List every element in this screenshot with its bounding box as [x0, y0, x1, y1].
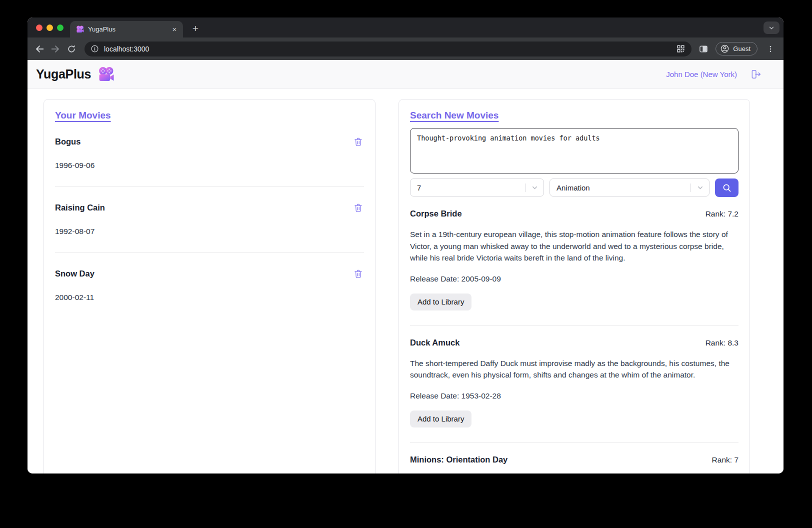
- trash-icon: [353, 136, 364, 147]
- app-page: YugaPlus John Doe (New York) Your Movies: [28, 60, 784, 474]
- side-panel-button[interactable]: [696, 41, 712, 57]
- search-movies-card: Search New Movies Thought-provoking anim…: [398, 99, 750, 474]
- forward-button[interactable]: [48, 41, 64, 57]
- movie-release-date: 1996-09-06: [55, 161, 364, 170]
- main-content: Your Movies Bogus 1996-09-06: [28, 89, 784, 474]
- profile-button[interactable]: Guest: [716, 42, 758, 56]
- search-button[interactable]: [715, 178, 738, 197]
- add-to-library-button[interactable]: Add to Library: [410, 294, 472, 310]
- zoom-window-button[interactable]: [57, 24, 64, 31]
- forward-arrow-icon: [50, 44, 61, 54]
- library-movie-row: Bogus 1996-09-06: [55, 121, 364, 187]
- minimize-window-button[interactable]: [46, 24, 53, 31]
- search-icon: [722, 183, 732, 193]
- app-brand-title: YugaPlus: [36, 67, 91, 82]
- url-text[interactable]: localhost:3000: [104, 45, 676, 53]
- chevron-down-icon: [696, 184, 704, 192]
- delete-movie-button[interactable]: [352, 136, 364, 148]
- site-info-icon[interactable]: [90, 44, 99, 53]
- reload-icon: [66, 44, 76, 54]
- user-profile-link[interactable]: John Doe (New York): [666, 70, 737, 78]
- browser-window: YugaPlus × + localhost:3000: [28, 18, 784, 474]
- guest-label: Guest: [733, 45, 750, 52]
- search-result: Corpse Bride Rank: 7.2 Set in a 19th-cen…: [410, 197, 738, 326]
- reload-button[interactable]: [64, 41, 80, 57]
- rank-select-value: 7: [417, 184, 421, 192]
- trash-icon: [353, 268, 364, 279]
- trash-icon: [353, 202, 364, 213]
- search-result: Duck Amuck Rank: 8.3 The short-tempered …: [410, 326, 738, 442]
- kebab-menu-icon: [766, 45, 774, 53]
- chevron-down-icon: [531, 184, 538, 192]
- add-to-library-button[interactable]: Add to Library: [410, 410, 472, 428]
- back-arrow-icon: [34, 44, 45, 54]
- tab-search-button[interactable]: [764, 22, 780, 34]
- library-movie-row: Snow Day 2000-02-11: [55, 253, 364, 318]
- tab-title: YugaPlus: [88, 26, 166, 33]
- side-panel-icon: [698, 44, 708, 54]
- movie-release-date: 1992-08-07: [55, 227, 364, 236]
- movie-camera-favicon: [76, 26, 84, 34]
- movie-release-date: 2000-02-11: [55, 293, 364, 302]
- result-release-date: Release Date: 1953-02-28: [410, 392, 738, 400]
- result-rank: Rank: 7.2: [706, 210, 738, 218]
- tab-close-icon[interactable]: ×: [170, 25, 179, 34]
- new-tab-button[interactable]: +: [188, 22, 202, 36]
- address-bar[interactable]: localhost:3000: [84, 42, 692, 56]
- your-movies-heading[interactable]: Your Movies: [55, 110, 111, 121]
- result-title: Corpse Bride: [410, 209, 462, 218]
- close-window-button[interactable]: [36, 24, 42, 31]
- search-controls: 7 Animation: [410, 178, 738, 197]
- movie-camera-logo-icon: [98, 66, 114, 82]
- result-rank: Rank: 7: [712, 456, 738, 464]
- chevron-down-icon: [768, 24, 775, 32]
- app-header: YugaPlus John Doe (New York): [28, 60, 784, 89]
- result-release-date: Release Date: 2005-09-09: [410, 274, 738, 284]
- browser-menu-button[interactable]: [762, 41, 778, 57]
- result-title: Minions: Orientation Day: [410, 455, 508, 464]
- category-select-value: Animation: [556, 184, 590, 192]
- delete-movie-button[interactable]: [352, 268, 364, 280]
- result-description: Set in a 19th-century european village, …: [410, 228, 738, 264]
- category-select[interactable]: Animation: [550, 178, 710, 196]
- browser-toolbar: localhost:3000 Guest: [28, 38, 784, 60]
- result-rank: Rank: 8.3: [706, 338, 738, 348]
- tab-strip: YugaPlus × +: [28, 18, 784, 38]
- search-query-input[interactable]: Thought-provoking animation movies for a…: [410, 128, 738, 174]
- browser-tab-yugaplus[interactable]: YugaPlus ×: [70, 21, 183, 38]
- your-movies-card: Your Movies Bogus 1996-09-06: [44, 99, 376, 474]
- logout-icon[interactable]: [750, 68, 762, 80]
- search-result: Minions: Orientation Day Rank: 7 With so…: [410, 442, 738, 474]
- rank-select[interactable]: 7: [410, 178, 544, 196]
- movie-title: Bogus: [55, 137, 80, 146]
- result-description: The short-tempered Daffy Duck must impro…: [410, 358, 738, 381]
- movie-title: Snow Day: [55, 269, 94, 278]
- result-title: Duck Amuck: [410, 338, 460, 348]
- qr-code-icon[interactable]: [676, 44, 686, 54]
- back-button[interactable]: [32, 41, 48, 57]
- traffic-lights: [36, 24, 64, 31]
- movie-title: Raising Cain: [55, 203, 105, 212]
- guest-avatar-icon: [720, 44, 730, 54]
- delete-movie-button[interactable]: [352, 202, 364, 214]
- search-new-movies-heading[interactable]: Search New Movies: [410, 110, 498, 121]
- library-movie-row: Raising Cain 1992-08-07: [55, 187, 364, 253]
